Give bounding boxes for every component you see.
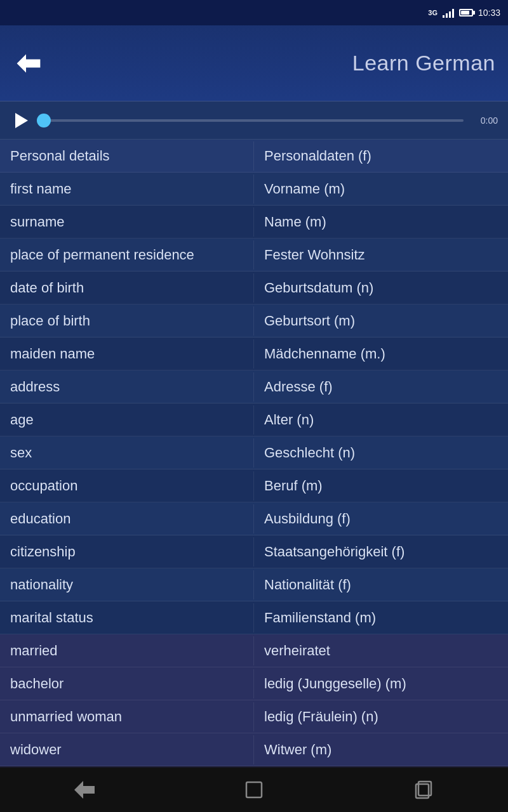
battery-icon	[459, 9, 473, 16]
cell-german: Mädchenname (m.)	[254, 339, 508, 369]
page-title: Learn German	[44, 51, 495, 75]
cell-german: Geburtsort (m)	[254, 306, 508, 336]
header: Learn German	[0, 25, 508, 102]
cell-english: widower	[0, 735, 254, 764]
table-row[interactable]: bachelorledig (Junggeselle) (m)	[0, 667, 508, 700]
cell-english: sex	[0, 438, 254, 468]
table-row[interactable]: sexGeschlecht (n)	[0, 436, 508, 469]
signal-icon	[443, 8, 454, 18]
status-bar: 3G 10:33	[0, 0, 508, 25]
table-row[interactable]: unmarried womanledig (Fräulein) (n)	[0, 700, 508, 733]
cell-english: date of birth	[0, 273, 254, 303]
table-row[interactable]: first nameVorname (m)	[0, 173, 508, 206]
cell-german: ledig (Junggeselle) (m)	[254, 669, 508, 698]
table-row[interactable]: place of permanent residenceFester Wohns…	[0, 239, 508, 272]
home-nav-button[interactable]	[241, 777, 267, 802]
recents-nav-button[interactable]	[411, 777, 436, 802]
cell-german: Staatsangehörigkeit (f)	[254, 537, 508, 566]
signal-label: 3G	[428, 9, 438, 16]
cell-english: citizenship	[0, 537, 254, 566]
cell-german: Ausbildung (f)	[254, 504, 508, 534]
progress-bar[interactable]	[39, 119, 464, 122]
cell-english: first name	[0, 174, 254, 204]
table-row[interactable]: citizenshipStaatsangehörigkeit (f)	[0, 535, 508, 568]
cell-german: Geschlecht (n)	[254, 438, 508, 468]
table-row[interactable]: educationAusbildung (f)	[0, 502, 508, 535]
time-display: 0:00	[472, 115, 498, 126]
cell-english: maiden name	[0, 339, 254, 369]
cell-german: Witwer (m)	[254, 735, 508, 764]
table-row[interactable]: ageAlter (n)	[0, 403, 508, 436]
svg-rect-2	[246, 782, 262, 797]
table-row[interactable]: addressAdresse (f)	[0, 370, 508, 403]
table-row[interactable]: place of birthGeburtsort (m)	[0, 304, 508, 337]
cell-german: ledig (Fräulein) (n)	[254, 702, 508, 731]
cell-german: Vorname (m)	[254, 174, 508, 204]
cell-english: married	[0, 636, 254, 665]
cell-german: Name (m)	[254, 207, 508, 237]
cell-german: Personaldaten (f)	[254, 141, 508, 171]
vocab-list: Personal detailsPersonaldaten (f)first n…	[0, 140, 508, 766]
svg-marker-1	[74, 781, 95, 799]
play-icon	[15, 113, 28, 128]
play-button[interactable]	[10, 110, 30, 131]
cell-english: education	[0, 504, 254, 534]
cell-english: place of birth	[0, 306, 254, 336]
cell-german: Alter (n)	[254, 405, 508, 435]
svg-marker-0	[17, 54, 41, 72]
cell-german: verheiratet	[254, 636, 508, 665]
table-row[interactable]: Personal detailsPersonaldaten (f)	[0, 140, 508, 173]
cell-english: address	[0, 372, 254, 402]
cell-english: age	[0, 405, 254, 435]
cell-english: bachelor	[0, 669, 254, 698]
cell-german: Geburtsdatum (n)	[254, 273, 508, 303]
back-button[interactable]	[13, 48, 44, 79]
cell-english: occupation	[0, 471, 254, 501]
progress-dot	[37, 114, 51, 128]
cell-german: Adresse (f)	[254, 372, 508, 402]
cell-german: Fester Wohnsitz	[254, 240, 508, 270]
cell-english: nationality	[0, 570, 254, 599]
vocab-table: Personal detailsPersonaldaten (f)first n…	[0, 140, 508, 768]
cell-english: marital status	[0, 603, 254, 632]
cell-german: Beruf (m)	[254, 471, 508, 501]
cell-english: Personal details	[0, 141, 254, 171]
table-row[interactable]: widowerWitwer (m)	[0, 733, 508, 766]
status-time: 10:33	[478, 8, 500, 18]
cell-english: unmarried woman	[0, 702, 254, 731]
table-row[interactable]: date of birthGeburtsdatum (n)	[0, 272, 508, 304]
cell-english: surname	[0, 207, 254, 237]
back-nav-button[interactable]	[72, 777, 97, 802]
table-row[interactable]: nationalityNationalität (f)	[0, 568, 508, 601]
table-row[interactable]: marital statusFamilienstand (m)	[0, 601, 508, 634]
table-row[interactable]: marriedverheiratet	[0, 634, 508, 667]
audio-player: 0:00	[0, 102, 508, 140]
cell-german: Familienstand (m)	[254, 603, 508, 632]
cell-english: place of permanent residence	[0, 240, 254, 270]
nav-bar	[0, 768, 508, 812]
cell-german: Nationalität (f)	[254, 570, 508, 599]
table-row[interactable]: occupationBeruf (m)	[0, 469, 508, 502]
table-row[interactable]: surnameName (m)	[0, 206, 508, 239]
table-row[interactable]: maiden nameMädchenname (m.)	[0, 337, 508, 370]
